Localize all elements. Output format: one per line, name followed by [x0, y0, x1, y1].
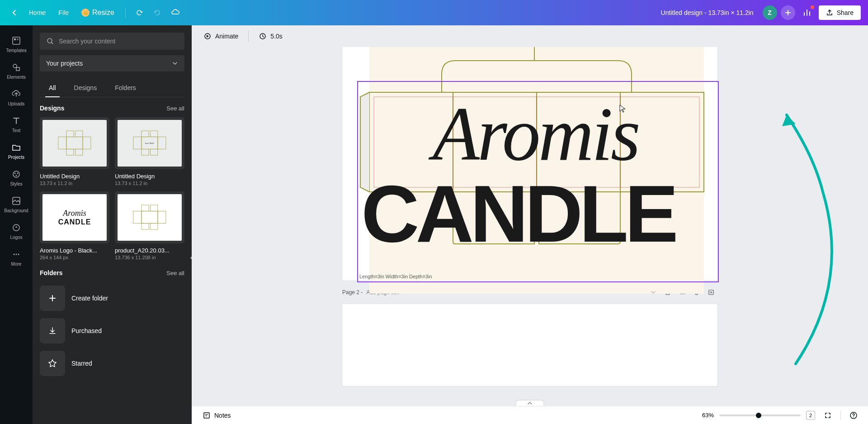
- rail-text[interactable]: Text: [0, 111, 33, 138]
- share-button[interactable]: Share: [819, 5, 861, 20]
- add-member-button[interactable]: [781, 5, 795, 20]
- svg-rect-19: [83, 137, 91, 149]
- page-1[interactable]: Aromis CANDLE Length=3in Width=3in Depth…: [342, 47, 717, 281]
- rail-background[interactable]: Background: [0, 191, 33, 218]
- design-dims: 264 x 144 px: [40, 255, 109, 260]
- svg-rect-24: [151, 131, 158, 137]
- tab-all[interactable]: All: [40, 79, 65, 97]
- tab-designs[interactable]: Designs: [65, 79, 106, 97]
- star-icon-box: [40, 351, 65, 376]
- rail-more[interactable]: More: [0, 244, 33, 271]
- user-avatar[interactable]: Z: [763, 5, 777, 20]
- svg-rect-20: [66, 149, 74, 156]
- pages-drawer-handle[interactable]: [516, 400, 543, 406]
- search-box[interactable]: [40, 33, 184, 50]
- plus-icon: [785, 10, 791, 16]
- design-name: product_A20.20.03...: [115, 247, 184, 254]
- document-title[interactable]: Untitled design - 13.73in × 11.2in: [656, 6, 759, 19]
- svg-point-5: [13, 171, 19, 177]
- rail-projects[interactable]: Projects: [0, 138, 33, 164]
- search-icon: [46, 37, 54, 45]
- chevron-left-icon: [189, 256, 192, 260]
- canvas-scroll[interactable]: Aromis CANDLE Length=3in Width=3in Depth…: [192, 47, 868, 406]
- tab-folders[interactable]: Folders: [106, 79, 145, 97]
- design-card-3[interactable]: product_A20.20.03... 13.736 x 11.208 in: [115, 191, 184, 260]
- design-card-0[interactable]: Untitled Design 13.73 x 11.2 in: [40, 117, 109, 186]
- svg-rect-1: [14, 38, 16, 40]
- design-name: Aromis Logo - Black...: [40, 247, 109, 254]
- svg-point-8: [16, 175, 17, 176]
- more-icon: [11, 249, 22, 260]
- help-button[interactable]: [846, 408, 861, 423]
- elements-icon: [11, 62, 22, 73]
- duration-label: 5.0s: [270, 33, 282, 40]
- chevron-up-icon: [527, 401, 533, 405]
- redo-button[interactable]: [149, 5, 165, 21]
- header-right: Untitled design - 13.73in × 11.2in Z Sha…: [656, 5, 861, 21]
- dimensions-label: Length=3in Width=3in Depth=3in: [359, 274, 432, 279]
- animate-icon: [203, 32, 212, 40]
- folder-label: Create folder: [71, 295, 108, 302]
- redo-icon: [153, 9, 161, 17]
- rail-elements[interactable]: Elements: [0, 57, 33, 84]
- move-down-button[interactable]: [647, 286, 660, 299]
- brand-script-text[interactable]: Aromis: [433, 90, 638, 178]
- page-2[interactable]: [342, 304, 717, 386]
- svg-rect-50: [204, 413, 209, 418]
- rail-label: Styles: [10, 181, 22, 186]
- folders-section-header: Folders See all: [40, 269, 184, 276]
- svg-rect-15: [66, 137, 83, 149]
- resize-button[interactable]: 👑 Resize: [76, 6, 120, 19]
- design-card-1[interactable]: Aromis CANDLE Untitled Design 13.73 x 11…: [115, 117, 184, 186]
- rail-styles[interactable]: Styles: [0, 164, 33, 191]
- notes-button[interactable]: Notes: [199, 410, 235, 421]
- share-icon: [826, 9, 833, 16]
- zoom-thumb[interactable]: [756, 413, 761, 418]
- zoom-percentage[interactable]: 63%: [696, 412, 714, 419]
- insights-button[interactable]: [799, 5, 815, 21]
- chevron-down-icon: [172, 60, 178, 67]
- animate-button[interactable]: Animate: [199, 29, 243, 43]
- design-thumb: AromisCANDLE: [40, 191, 109, 243]
- home-link[interactable]: Home: [24, 5, 51, 20]
- svg-rect-17: [75, 131, 83, 137]
- left-rail: Templates Elements Uploads Text Projects…: [0, 25, 33, 424]
- zoom-slider[interactable]: [719, 414, 801, 416]
- duration-button[interactable]: 5.0s: [254, 29, 287, 43]
- rail-uploads[interactable]: Uploads: [0, 84, 33, 111]
- page-count-badge[interactable]: 2: [806, 411, 815, 420]
- rail-templates[interactable]: Templates: [0, 31, 33, 57]
- rail-logos[interactable]: Logos: [0, 218, 33, 244]
- design-card-2[interactable]: AromisCANDLE Aromis Logo - Black... 264 …: [40, 191, 109, 260]
- design-thumb: [40, 117, 109, 169]
- create-folder-button[interactable]: Create folder: [40, 282, 184, 314]
- templates-icon: [11, 35, 22, 46]
- designs-grid: Untitled Design 13.73 x 11.2 in Aromis C…: [40, 117, 184, 260]
- cloud-sync-button[interactable]: [167, 5, 184, 21]
- undo-icon: [135, 9, 143, 17]
- see-all-designs[interactable]: See all: [166, 105, 184, 112]
- svg-rect-21: [75, 149, 83, 156]
- rail-label: Uploads: [8, 101, 25, 106]
- undo-button[interactable]: [131, 5, 147, 21]
- download-icon: [48, 326, 57, 335]
- search-input[interactable]: [59, 38, 178, 45]
- collapse-panel-handle[interactable]: [186, 247, 192, 269]
- see-all-folders[interactable]: See all: [166, 270, 184, 276]
- svg-rect-2: [17, 38, 19, 40]
- projects-dropdown[interactable]: Your projects: [40, 55, 184, 71]
- back-button[interactable]: [7, 5, 22, 20]
- brand-block-text[interactable]: CANDLE: [361, 174, 675, 254]
- clock-icon: [259, 32, 267, 40]
- background-icon: [11, 195, 22, 206]
- divider: [125, 7, 126, 18]
- chevron-left-icon: [11, 9, 18, 16]
- download-icon-box: [40, 318, 65, 343]
- uploads-icon: [11, 89, 22, 100]
- starred-folder[interactable]: Starred: [40, 347, 184, 380]
- file-menu[interactable]: File: [53, 5, 74, 20]
- folder-plus-icon-box: [40, 286, 65, 311]
- svg-rect-30: [142, 211, 158, 224]
- fullscreen-button[interactable]: [821, 408, 835, 423]
- purchased-folder[interactable]: Purchased: [40, 314, 184, 347]
